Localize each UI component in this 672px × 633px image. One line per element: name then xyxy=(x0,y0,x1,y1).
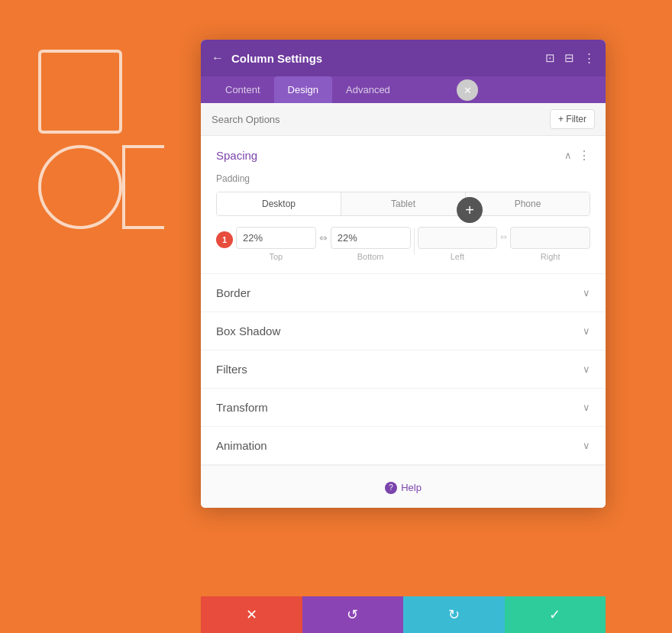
help-label: Help xyxy=(401,482,422,493)
box-shadow-section-header[interactable]: Box Shadow ∨ xyxy=(216,325,590,337)
link-alt-icon[interactable]: ⇔ xyxy=(500,232,507,261)
help-link[interactable]: ? Help xyxy=(385,482,422,494)
filter-button[interactable]: + Filter xyxy=(550,109,595,129)
filters-title: Filters xyxy=(216,363,247,376)
filters-chevron-icon[interactable]: ∨ xyxy=(583,363,590,375)
transform-section-header[interactable]: Transform ∨ xyxy=(216,401,590,414)
border-section-header[interactable]: Border ∨ xyxy=(216,286,590,299)
column-settings-panel: ← Column Settings ⊡ ⊟ ⋮ Content Design A… xyxy=(201,40,606,508)
animation-section-header[interactable]: Animation ∨ xyxy=(216,439,590,452)
spacing-content: Padding Desktop Tablet Phone 1 Top xyxy=(216,173,590,261)
spacing-section: Spacing ∧ ⋮ Padding Desktop Tablet Phone… xyxy=(201,136,606,274)
panel-title: Column Settings xyxy=(231,52,545,65)
undo-button[interactable]: ↺ xyxy=(302,596,404,633)
device-tabs: Desktop Tablet Phone xyxy=(216,192,590,216)
padding-left-label: Left xyxy=(451,252,464,261)
filters-section: Filters ∨ xyxy=(201,350,606,389)
panel-header: ← Column Settings ⊡ ⊟ ⋮ xyxy=(201,40,606,76)
transform-section: Transform ∨ xyxy=(201,389,606,427)
bg-shape-2 xyxy=(38,145,122,229)
tab-design[interactable]: Design xyxy=(274,76,332,103)
padding-separator xyxy=(414,228,415,254)
more-icon[interactable]: ⋮ xyxy=(583,51,595,65)
padding-right-input[interactable] xyxy=(510,227,590,249)
box-shadow-title: Box Shadow xyxy=(216,325,280,337)
cancel-button[interactable]: ✕ xyxy=(201,596,302,633)
padding-left-group: Left xyxy=(418,227,498,261)
border-chevron-icon[interactable]: ∨ xyxy=(583,287,590,299)
floating-close-button[interactable]: ✕ xyxy=(457,79,478,101)
spacing-dots-icon[interactable]: ⋮ xyxy=(578,148,590,163)
transform-chevron-icon[interactable]: ∨ xyxy=(583,402,590,413)
box-shadow-section: Box Shadow ∨ xyxy=(201,312,606,350)
spacing-section-icons: ∧ ⋮ xyxy=(564,148,590,163)
device-tab-tablet[interactable]: Tablet xyxy=(341,192,466,215)
bg-shape-3 xyxy=(122,145,206,229)
panel-body: Spacing ∧ ⋮ Padding Desktop Tablet Phone… xyxy=(201,136,606,508)
back-icon[interactable]: ← xyxy=(212,51,224,65)
border-title: Border xyxy=(216,286,250,299)
search-bar: + Filter xyxy=(201,103,606,136)
padding-top-input[interactable] xyxy=(236,227,316,249)
border-section: Border ∨ xyxy=(201,274,606,312)
redo-button[interactable]: ↻ xyxy=(403,596,505,633)
padding-bottom-input[interactable] xyxy=(331,227,411,249)
bg-shape-1 xyxy=(38,50,122,134)
padding-row: 1 Top ⇔ Bottom xyxy=(216,227,590,261)
tab-advanced[interactable]: Advanced xyxy=(332,76,404,103)
search-input[interactable] xyxy=(212,114,550,125)
padding-label: Padding xyxy=(216,173,590,184)
action-bar: ✕ ↺ ↻ ✓ xyxy=(201,596,606,633)
animation-title: Animation xyxy=(216,439,267,452)
split-icon[interactable]: ⊟ xyxy=(564,51,574,65)
device-tab-desktop[interactable]: Desktop xyxy=(217,192,341,215)
panel-footer: ? Help xyxy=(201,465,606,508)
floating-add-button[interactable]: + xyxy=(457,197,483,223)
padding-bottom-group: Bottom xyxy=(331,227,411,261)
transform-title: Transform xyxy=(216,401,268,414)
spacing-title: Spacing xyxy=(216,149,257,162)
padding-right-group: Right xyxy=(510,227,590,261)
header-icons: ⊡ ⊟ ⋮ xyxy=(545,51,595,65)
padding-left-input[interactable] xyxy=(418,227,498,249)
link-icon[interactable]: ⇔ xyxy=(319,232,328,261)
tab-content[interactable]: Content xyxy=(212,76,274,103)
box-shadow-chevron-icon[interactable]: ∨ xyxy=(583,325,590,337)
device-tab-phone[interactable]: Phone xyxy=(466,192,590,215)
padding-right-label: Right xyxy=(541,252,561,261)
padding-inputs: Top ⇔ Bottom xyxy=(236,227,590,261)
animation-section: Animation ∨ xyxy=(201,427,606,465)
padding-top-group: Top xyxy=(236,227,316,261)
padding-bottom-label: Bottom xyxy=(357,252,384,261)
help-circle-icon: ? xyxy=(385,482,397,494)
expand-icon[interactable]: ⊡ xyxy=(545,51,555,65)
step-badge: 1 xyxy=(216,231,233,248)
spacing-chevron-up-icon[interactable]: ∧ xyxy=(564,150,572,161)
save-button[interactable]: ✓ xyxy=(505,596,606,633)
padding-top-label: Top xyxy=(270,252,283,261)
panel-tabs: Content Design Advanced xyxy=(201,76,606,103)
spacing-section-header[interactable]: Spacing ∧ ⋮ xyxy=(216,148,590,163)
filters-section-header[interactable]: Filters ∨ xyxy=(216,363,590,376)
animation-chevron-icon[interactable]: ∨ xyxy=(583,440,590,451)
